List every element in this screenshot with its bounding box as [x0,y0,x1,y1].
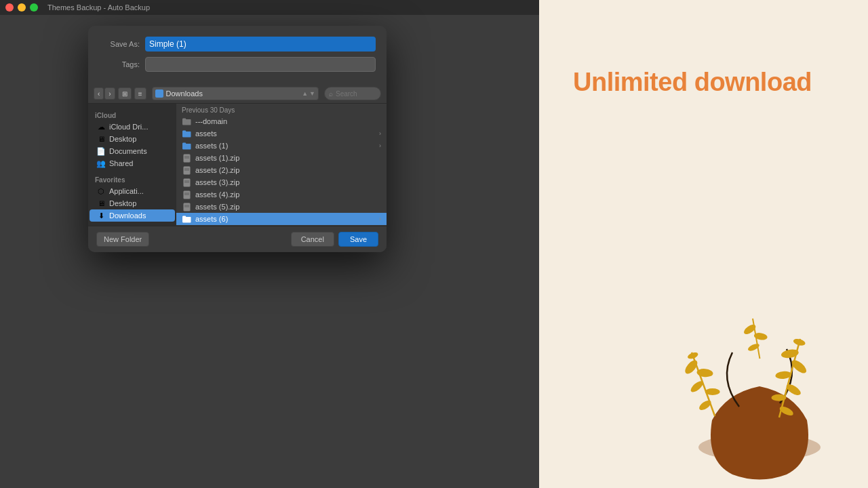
headline: Unlimited download [573,68,812,97]
file-item-assets-3-zip[interactable]: assets (3).zip [176,176,387,188]
chevron-right-icon: › [379,130,381,137]
cancel-button[interactable]: Cancel [291,232,334,247]
location-folder-icon [155,89,163,98]
svg-point-5 [705,388,720,395]
maximize-button[interactable] [30,3,38,12]
file-item-assets-2-zip[interactable]: assets (2).zip [176,164,387,176]
save-button[interactable]: Save [338,232,378,247]
save-dialog: Save As: Tags: ‹ › ⊞ ≡ Downloads ▲ ▼ ⌕ [88,26,387,252]
sidebar-item-desktop-icloud[interactable]: 🖥 Desktop [90,133,175,145]
sidebar-label-downloads: Downloads [109,211,146,220]
file-item-assets-1-folder[interactable]: assets (1) › [176,140,387,152]
sidebar: iCloud ☁ iCloud Dri... 🖥 Desktop 📄 Docum… [88,104,176,226]
save-as-label: Save As: [99,40,140,48]
svg-rect-29 [183,190,190,199]
favorites-header: Favorites [88,174,176,185]
file-list: Previous 30 Days ---domain assets › [176,104,387,226]
file-name-domain: ---domain [195,117,381,125]
dialog-toolbar: ‹ › ⊞ ≡ Downloads ▲ ▼ ⌕ [88,84,387,104]
file-item-assets-5-zip[interactable]: assets (5).zip [176,201,387,213]
sidebar-label-desktop: Desktop [109,199,136,207]
desktop-icon-1: 🖥 [96,134,106,144]
svg-point-7 [687,351,699,360]
save-as-row: Save As: [99,37,376,52]
sidebar-label-desktop-icloud: Desktop [109,135,136,143]
filelist-section-header: Previous 30 Days [176,104,387,115]
file-name-assets: assets [195,129,375,138]
file-name-assets-3-zip: assets (3).zip [195,178,381,186]
location-arrows: ▲ ▼ [302,90,315,97]
folder-icon-3 [182,141,191,150]
search-input[interactable] [336,90,376,98]
tags-label: Tags: [99,60,140,68]
sidebar-item-icloud-drive[interactable]: ☁ iCloud Dri... [90,121,175,133]
svg-rect-20 [183,154,190,162]
dialog-header: Save As: Tags: [88,26,387,84]
file-item-assets-1-zip[interactable]: assets (1).zip [176,152,387,164]
up-arrow: ▲ [302,90,308,97]
svg-point-3 [696,368,713,378]
folder-icon-selected [182,214,191,224]
svg-rect-32 [183,203,190,211]
right-panel: Unlimited download [539,0,868,488]
file-name-assets-1-folder: assets (1) [195,142,375,150]
file-item-assets-6-folder[interactable]: assets (6) › [176,213,387,225]
icloud-drive-icon: ☁ [96,122,106,131]
search-icon: ⌕ [329,90,333,98]
folder-icon [182,117,191,126]
file-item-assets[interactable]: assets › [176,127,387,140]
sidebar-label-shared: Shared [109,159,133,167]
file-name-assets-2-zip: assets (2).zip [195,166,381,174]
footer-actions: Cancel Save [291,232,378,247]
down-arrow: ▼ [309,90,315,97]
file-name-assets-6-folder: assets (6) [195,215,375,223]
view-grid-button[interactable]: ⊞ [118,87,132,100]
close-button[interactable] [5,3,14,12]
file-name-assets-5-zip: assets (5).zip [195,203,381,211]
save-as-input[interactable] [145,37,376,52]
titlebar: Themes Backup - Auto Backup [0,0,539,15]
shared-icon: 👥 [96,159,106,168]
decorative-illustration [651,298,868,488]
file-item-assets-4-zip[interactable]: assets (4).zip [176,188,387,201]
zip-file-icon-1 [182,153,191,163]
downloads-icon: ⬇ [96,211,106,220]
chevron-right-icon-selected: › [379,216,381,222]
new-folder-button[interactable]: New Folder [96,232,149,247]
sidebar-label-icloud-drive: iCloud Dri... [109,123,148,131]
dialog-body: iCloud ☁ iCloud Dri... 🖥 Desktop 📄 Docum… [88,104,387,226]
zip-file-icon-2 [182,165,191,175]
sidebar-item-applications[interactable]: ⬡ Applicati... [90,185,175,197]
dialog-footer: New Folder Cancel Save [88,226,387,252]
file-name-assets-4-zip: assets (4).zip [195,190,381,199]
zip-file-icon-4 [182,190,191,199]
icloud-header: iCloud [88,109,176,121]
documents-icon: 📄 [96,146,106,156]
view-list-button[interactable]: ≡ [134,87,146,100]
zip-file-icon-5 [182,202,191,211]
file-item-domain[interactable]: ---domain [176,115,387,127]
sidebar-label-documents: Documents [109,147,147,155]
zip-file-icon-3 [182,178,191,187]
sidebar-label-applications: Applicati... [109,187,144,195]
sidebar-item-documents[interactable]: 📄 Documents [90,145,175,157]
search-box[interactable]: ⌕ [324,87,381,100]
minimize-button[interactable] [18,3,26,12]
nav-buttons: ‹ › [94,87,115,100]
svg-rect-23 [183,166,190,174]
file-name-assets-1-zip: assets (1).zip [195,154,381,162]
applications-icon: ⬡ [96,186,106,196]
back-button[interactable]: ‹ [94,87,104,100]
sidebar-item-downloads[interactable]: ⬇ Downloads [90,209,175,222]
desktop-icon-2: 🖥 [96,199,106,208]
tags-row: Tags: [99,57,376,72]
window-title: Themes Backup - Auto Backup [47,3,150,12]
forward-button[interactable]: › [104,87,115,100]
sidebar-item-desktop[interactable]: 🖥 Desktop [90,197,175,209]
chevron-right-icon-2: › [379,142,381,149]
sidebar-item-shared[interactable]: 👥 Shared [90,157,175,169]
location-bar[interactable]: Downloads ▲ ▼ [152,87,319,100]
tags-input[interactable] [145,57,376,72]
location-text: Downloads [166,89,300,98]
svg-point-13 [771,394,786,401]
